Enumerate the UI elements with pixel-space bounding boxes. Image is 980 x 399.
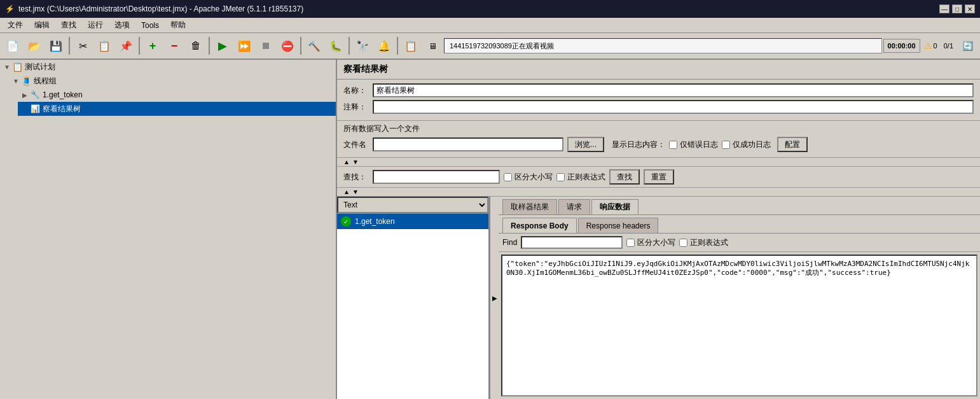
- add-button[interactable]: +: [142, 36, 163, 56]
- tree-item-test-plan[interactable]: ▼ 📋 测试计划: [0, 60, 336, 74]
- cut-button[interactable]: ✂: [72, 36, 93, 56]
- error-log-checkbox[interactable]: [669, 141, 677, 149]
- minimize-button[interactable]: —: [939, 4, 949, 13]
- play-all-button[interactable]: ⏩: [234, 36, 254, 56]
- tree-arrow-thread-group: ▼: [11, 78, 20, 85]
- expand-arrow-2[interactable]: ▲: [343, 188, 350, 195]
- clear-button[interactable]: 🗑: [186, 36, 206, 56]
- file-section-title: 所有数据写入一个文件: [343, 123, 974, 134]
- error-log-label: 仅错误日志: [680, 139, 718, 150]
- collapse-arrow-1[interactable]: ▼: [352, 158, 359, 165]
- tree-label-test-plan: 测试计划: [25, 62, 55, 73]
- separator-4: [300, 37, 301, 55]
- list-button[interactable]: 📋: [401, 36, 421, 56]
- sub-tab-bar: Response Body Response headers: [499, 215, 980, 234]
- menu-run[interactable]: 运行: [83, 19, 108, 32]
- remove-button[interactable]: −: [164, 36, 184, 56]
- reset-button[interactable]: 重置: [644, 169, 674, 185]
- result-tree-icon: 📊: [29, 103, 41, 115]
- close-button[interactable]: ✕: [965, 4, 975, 13]
- find-regex-label: 正则表达式: [679, 237, 728, 248]
- find-regex-checkbox[interactable]: [679, 239, 687, 247]
- tab-request[interactable]: 请求: [558, 199, 590, 214]
- find-button[interactable]: 查找: [609, 169, 640, 185]
- menu-find[interactable]: 查找: [56, 19, 81, 32]
- new-button[interactable]: 📄: [3, 36, 23, 56]
- nav-arrow[interactable]: ▶: [490, 197, 499, 399]
- play-button[interactable]: ▶: [212, 36, 233, 56]
- tree-item-thread-group[interactable]: ▼ 🧵 线程组: [9, 74, 336, 88]
- regex-label: 正则表达式: [567, 172, 605, 183]
- hammer-button[interactable]: 🔨: [304, 36, 324, 56]
- expand-arrow-1[interactable]: ▲: [343, 158, 350, 165]
- comment-label: 注释：: [343, 102, 369, 113]
- sub-tab-response-body[interactable]: Response Body: [502, 218, 577, 233]
- success-log-checkbox[interactable]: [722, 141, 730, 149]
- sub-tab-response-headers[interactable]: Response headers: [578, 218, 659, 233]
- menu-help[interactable]: 帮助: [165, 19, 191, 32]
- warning-indicator: ⚠ 0: [921, 39, 940, 52]
- case-checkbox[interactable]: [504, 173, 512, 181]
- tree-label-result-tree: 察看结果树: [43, 104, 81, 115]
- find-regex-text: 正则表达式: [690, 237, 728, 248]
- comment-input[interactable]: [373, 100, 974, 114]
- success-log-checkbox-label: 仅成功日志: [722, 139, 771, 150]
- error-log-checkbox-label: 仅错误日志: [669, 139, 718, 150]
- find-case-text: 区分大小写: [637, 237, 675, 248]
- filename-input[interactable]: [373, 137, 563, 151]
- response-content: {"token":"eyJhbGciOiJIUzI1NiJ9.eyJqdGkiO…: [501, 255, 977, 396]
- binoculars-button[interactable]: 🔭: [352, 36, 373, 56]
- menu-edit[interactable]: 编辑: [29, 19, 55, 32]
- name-label: 名称：: [343, 85, 369, 96]
- name-input[interactable]: [373, 83, 974, 97]
- open-button[interactable]: 📂: [24, 36, 45, 56]
- search-input[interactable]: [373, 170, 500, 184]
- stop-all-button[interactable]: ⛔: [277, 36, 298, 56]
- bell-button[interactable]: 🔔: [374, 36, 394, 56]
- warning-icon: ⚠: [924, 41, 932, 51]
- separator-2: [139, 37, 140, 55]
- find-input[interactable]: [521, 236, 623, 249]
- ratio-value: 0/1: [944, 42, 953, 50]
- window-title: test.jmx (C:\Users\Administrator\Desktop…: [18, 4, 303, 13]
- collapse-arrow-2[interactable]: ▼: [352, 188, 359, 195]
- elapsed-time: 00:00:00: [883, 39, 920, 53]
- stop-button[interactable]: ⏹: [256, 36, 276, 56]
- find-label: Find: [502, 238, 517, 247]
- sample-item-get-token[interactable]: ✓ 1.get_token: [337, 214, 488, 229]
- sample-item-label: 1.get_token: [355, 217, 395, 226]
- copy-button[interactable]: 📋: [94, 36, 114, 56]
- config-button[interactable]: 配置: [777, 137, 808, 152]
- sample-items-list: ✓ 1.get_token: [337, 214, 488, 399]
- tab-response-data[interactable]: 响应数据: [591, 199, 638, 214]
- save-button[interactable]: 💾: [46, 36, 66, 56]
- case-checkbox-label: 区分大小写: [504, 172, 553, 183]
- menu-options[interactable]: 选项: [109, 19, 135, 32]
- menu-bar: 文件 编辑 查找 运行 选项 Tools 帮助: [0, 18, 980, 33]
- paste-button[interactable]: 📌: [116, 36, 136, 56]
- app-icon: ⚡: [5, 4, 15, 13]
- search-bar: 查找： 区分大小写 正则表达式 查找 重置: [337, 167, 980, 188]
- menu-file[interactable]: 文件: [3, 19, 28, 32]
- result-area: Text ✓ 1.get_token ▶ 取样器结果 请求 响: [337, 197, 980, 399]
- server-button[interactable]: 🖥: [422, 36, 443, 56]
- bug-button[interactable]: 🐛: [326, 36, 346, 56]
- menu-tools[interactable]: Tools: [136, 19, 164, 32]
- main-tab-bar: 取样器结果 请求 响应数据: [499, 197, 980, 215]
- tree-item-result-tree[interactable]: 📊 察看结果树: [18, 102, 336, 116]
- tree-label-thread-group: 线程组: [34, 76, 57, 87]
- refresh-button[interactable]: 🔄: [957, 36, 977, 56]
- filename-row: 文件名 浏览... 显示日志内容： 仅错误日志 仅成功日志 配置: [343, 137, 974, 152]
- sample-dropdown: Text: [337, 197, 488, 214]
- maximize-button[interactable]: □: [952, 4, 962, 13]
- tree-item-get-token[interactable]: ▶ 🔧 1.get_token: [18, 88, 336, 102]
- tree-arrow-get-token: ▶: [20, 92, 29, 99]
- panel-title: 察看结果树: [337, 60, 980, 80]
- case-label: 区分大小写: [514, 172, 553, 183]
- sample-list: Text ✓ 1.get_token: [337, 197, 490, 399]
- find-case-checkbox[interactable]: [626, 239, 635, 247]
- regex-checkbox[interactable]: [556, 173, 565, 181]
- tab-sampler-result[interactable]: 取样器结果: [502, 199, 557, 214]
- text-type-select[interactable]: Text: [337, 197, 488, 213]
- browse-button[interactable]: 浏览...: [567, 137, 604, 152]
